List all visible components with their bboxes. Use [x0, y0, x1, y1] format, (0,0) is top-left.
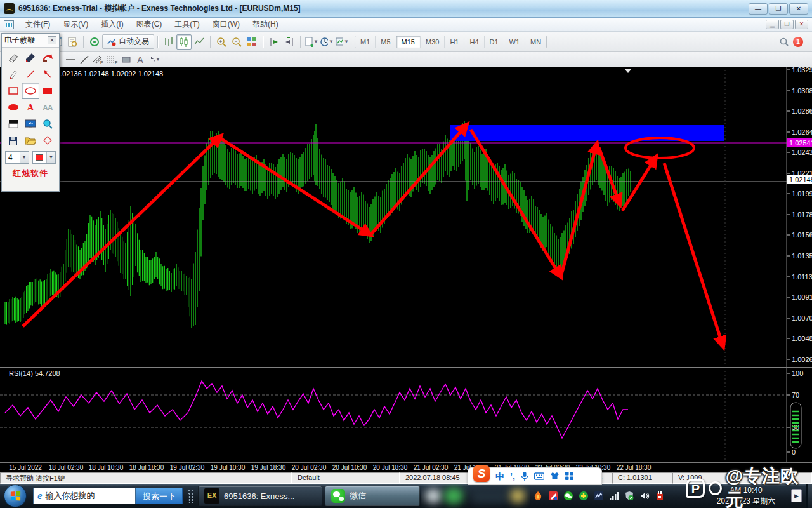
pen-width-select[interactable]: 4▼ [5, 151, 29, 164]
sogou-logo-icon[interactable]: S [473, 465, 490, 482]
autotrading-button[interactable]: 自动交易 [102, 34, 154, 49]
pointer-tool-panel: 电子教鞭 ✕ A AA 4▼ ▼ 红烛软件 [1, 33, 60, 192]
menu-item-4[interactable]: 工具(T) [168, 18, 206, 31]
timeframe-w1[interactable]: W1 [504, 36, 526, 48]
timeframe-m15[interactable]: M15 [396, 36, 421, 48]
pointer-tool-text-outline[interactable]: AA [39, 99, 56, 116]
tray-volume-icon[interactable] [639, 491, 650, 501]
fibonacci-icon[interactable]: F [105, 53, 119, 66]
chart-shift-icon[interactable] [282, 34, 297, 50]
menu-item-5[interactable]: 窗口(W) [206, 18, 246, 31]
minimize-button[interactable]: — [749, 3, 768, 15]
rsi-label: RSI(14) 54.7208 [9, 370, 60, 377]
notification-badge[interactable]: 1 [793, 37, 803, 47]
timeframe-m30[interactable]: M30 [421, 36, 445, 48]
menu-item-3[interactable]: 图表(C) [130, 18, 169, 31]
child-minimize-button[interactable]: ▁ [766, 20, 779, 29]
tray-shield-icon[interactable] [624, 491, 634, 501]
time-label: 18 Jul 02:30 [49, 464, 84, 471]
time-label: 22 Jul 18:30 [617, 464, 652, 471]
zoom-out-icon[interactable] [229, 34, 244, 50]
pointer-tool-diamond[interactable] [39, 132, 56, 149]
timeframe-m5[interactable]: M5 [376, 36, 396, 48]
bid-price-tag: 1.02541 [789, 139, 812, 147]
pointer-tool-rectangle[interactable] [4, 83, 22, 99]
templates-icon[interactable]: ▼ [334, 34, 350, 50]
pointer-tool-pen[interactable] [22, 50, 39, 66]
pointer-tool-line[interactable] [22, 66, 39, 83]
menu-item-2[interactable]: 插入(I) [95, 18, 129, 31]
tray-network-icon[interactable] [609, 491, 619, 501]
pointer-tool-marker[interactable] [4, 66, 22, 83]
shapes-icon[interactable] [119, 53, 133, 66]
title-bar: 6951636: Exness-Trial - 模拟帐户 - Exness Te… [0, 0, 812, 18]
close-button[interactable]: ✕ [789, 3, 808, 15]
line-chart-icon[interactable] [192, 34, 207, 50]
timeframe-m1[interactable]: M1 [355, 36, 376, 48]
pointer-tool-save[interactable] [4, 132, 22, 149]
equidistant-channel-icon[interactable]: E [91, 53, 105, 66]
price-tick: 1.01780 [792, 211, 812, 218]
candlestick-icon[interactable] [176, 34, 192, 50]
pointer-tool-text[interactable]: A [22, 99, 39, 116]
timeframe-mn[interactable]: MN [525, 36, 546, 48]
punctuation-icon[interactable]: ’, [510, 469, 515, 484]
skin-shirt-icon[interactable] [550, 472, 560, 480]
bar-chart-icon[interactable] [161, 34, 176, 50]
microphone-icon[interactable] [521, 471, 528, 481]
new-order-icon[interactable]: ▼ [304, 34, 319, 50]
toolbox-grid-icon[interactable] [565, 472, 573, 480]
tray-security-icon[interactable] [548, 491, 558, 501]
pointer-tool-open[interactable] [22, 132, 39, 149]
pen-color-select[interactable]: ▼ [32, 151, 56, 164]
pointer-tool-arrow[interactable] [39, 66, 56, 83]
trendline-icon[interactable] [77, 53, 91, 66]
menu-item-0[interactable]: 文件(F) [19, 18, 56, 31]
time-label: 19 Jul 02:30 [170, 464, 205, 471]
timeframe-d1[interactable]: D1 [485, 36, 504, 48]
child-restore-button[interactable]: ❐ [780, 20, 794, 29]
zoom-in-icon[interactable] [214, 34, 229, 50]
arrows-tool-icon[interactable]: ▼ [147, 53, 161, 66]
maximize-button[interactable]: ❐ [769, 3, 788, 15]
pointer-tool-screen[interactable] [22, 116, 39, 132]
horizontal-line-icon[interactable] [63, 53, 77, 66]
keyboard-icon[interactable] [534, 472, 544, 480]
price-chart[interactable]: 1.02136 1.02148 1.02092 1.021481.032951.… [0, 67, 812, 462]
tray-power-icon[interactable] [655, 491, 665, 501]
toolbar-search-icon[interactable] [779, 37, 789, 47]
start-button[interactable] [4, 485, 27, 507]
tray-wechat-icon[interactable] [563, 491, 573, 501]
menu-item-1[interactable]: 显示(V) [56, 18, 95, 31]
status-profile[interactable]: Default [292, 472, 400, 484]
tray-app-icon[interactable] [594, 491, 604, 501]
data-window-icon[interactable] [65, 34, 80, 50]
menu-item-6[interactable]: 帮助(H) [246, 18, 285, 31]
pointer-tool-filled-rectangle[interactable] [39, 83, 56, 99]
pointer-tool-blackboard[interactable] [4, 116, 22, 132]
pointer-tool-eraser[interactable] [4, 50, 22, 66]
time-label: 19 Jul 18:30 [251, 464, 286, 471]
text-label-icon[interactable]: A [133, 53, 147, 66]
pointer-tool-ellipse[interactable] [22, 83, 39, 99]
timeframe-h1[interactable]: H1 [445, 36, 464, 48]
periods-clock-icon[interactable]: ▼ [319, 34, 334, 50]
tile-windows-icon[interactable] [244, 34, 259, 50]
price-tick: 1.00700 [792, 314, 812, 322]
timeframe-h4[interactable]: H4 [464, 36, 484, 48]
sound-icon[interactable] [87, 34, 102, 50]
tray-flame-icon[interactable] [533, 491, 543, 501]
deskband-handle[interactable] [188, 489, 194, 503]
pointer-tool-undo-brush[interactable] [39, 50, 56, 66]
tray-safe-icon[interactable] [579, 491, 589, 501]
taskbar-search-input[interactable]: e 输入你想搜的 [33, 488, 136, 504]
search-go-button[interactable]: 搜索一下 [136, 488, 183, 504]
child-close-button[interactable]: ✕ [795, 20, 808, 29]
taskbar-item-wechat[interactable]: 微信 [325, 486, 420, 506]
taskbar-item-exness[interactable]: EX 6951636: Exness... [198, 486, 322, 506]
auto-scroll-icon[interactable] [266, 34, 282, 50]
pointer-tool-filled-ellipse[interactable] [4, 99, 22, 116]
input-mode-chinese[interactable]: 中 [495, 469, 504, 484]
pointer-tool-zoom[interactable] [39, 116, 56, 132]
pointer-panel-close-icon[interactable]: ✕ [48, 36, 56, 44]
